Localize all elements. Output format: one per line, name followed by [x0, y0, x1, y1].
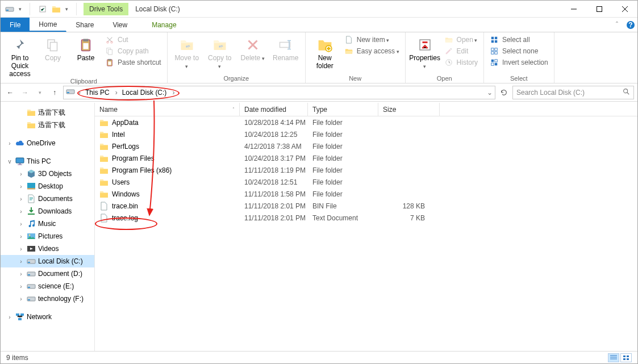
annotation-arrow: [1, 1, 638, 364]
